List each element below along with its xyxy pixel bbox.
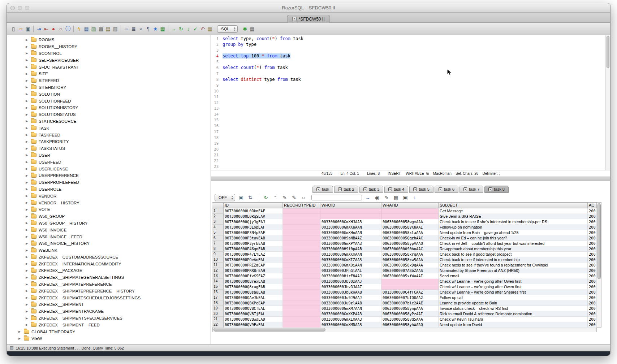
row-number[interactable]: 19 (212, 306, 224, 311)
cell-id[interactable]: 00T3000000QV8CfEAL (224, 306, 283, 311)
tree-item-site[interactable]: ▶SITE (7, 70, 211, 77)
cell-ac[interactable]: 200 (588, 252, 597, 257)
open-file-icon[interactable]: ▱ (17, 25, 24, 32)
cell-subject[interactable]: Check-in w/ Ed – can he join this year? (439, 235, 588, 241)
cell-id[interactable]: 00T3000000Q8rugEAB (224, 284, 283, 290)
grid-horizontal-scrollbar[interactable] (212, 328, 597, 332)
rollback-icon[interactable]: ↶ (199, 25, 206, 32)
row-number[interactable]: 1 (212, 208, 224, 214)
cell-whoid[interactable]: 0033000000GmXM7AAN (320, 306, 381, 311)
tree-item-userpreference[interactable]: ▶USERPREFERENCE (7, 172, 211, 179)
cell-ac[interactable]: 200 (588, 295, 597, 300)
row-number[interactable]: 21 (212, 317, 224, 322)
cell-subject[interactable]: Check w/ Leanne – we're going after Shea… (439, 290, 588, 295)
cell-id[interactable]: 00T3000000QjyJgEAJ (224, 219, 283, 225)
tree-item-solutionfeed[interactable]: ▶SOLUTIONFEED (7, 98, 211, 104)
tree-item-w50-invoice-history[interactable]: ▶W50_INVOICE__HISTORY (7, 240, 211, 247)
cell-ac[interactable]: 200 (588, 279, 597, 284)
cell-id[interactable]: 00T3000000QBXPeEAP (224, 300, 283, 306)
row-number[interactable]: 10 (212, 257, 224, 263)
tree-item-taskpriority[interactable]: ▶TASKPRIORITY (7, 138, 211, 145)
expand-arrow-icon[interactable]: ▶ (26, 174, 29, 177)
expand-arrow-icon[interactable]: ▶ (26, 52, 29, 55)
expand-arrow-icon[interactable]: ▶ (26, 228, 29, 231)
auto-commit-select[interactable]: OFF ▲▼ (215, 194, 235, 201)
cell-whatid[interactable]: 006300000058xlaAAA (381, 230, 439, 235)
tree-item-vote[interactable]: ▶VOTE (7, 206, 211, 213)
describe-icon[interactable]: ▥ (112, 25, 119, 32)
row-number[interactable]: 13 (212, 273, 224, 279)
tree-item-zkfedex-shipment[interactable]: ▶ZKFEDEX__SHIPMENT (7, 301, 211, 308)
execute-icon[interactable]: ϟ (75, 25, 83, 32)
column-header-id[interactable]: ID (224, 202, 283, 208)
tree-item-vendor[interactable]: ▶VENDOR (7, 192, 211, 199)
row-number[interactable]: 9 (212, 252, 224, 257)
cell-ac[interactable]: 200 (588, 300, 597, 306)
result-tab-task-6[interactable]: ✕task 6 (435, 186, 458, 193)
cell-whoid[interactable]: 0033000000Ju9zlAAB (320, 300, 381, 306)
row-number[interactable]: 15 (212, 284, 224, 290)
cell-whatid[interactable]: 00630000000S0bnAAC (381, 246, 439, 252)
cell-whatid[interactable]: 006300000058yd5AAA (381, 317, 439, 322)
cell-subject[interactable]: Re-approach about membership this year (439, 246, 588, 252)
expand-arrow-icon[interactable]: ▶ (26, 235, 29, 238)
tree-item-userrole[interactable]: ▶USERROLE (7, 186, 211, 193)
close-tab-icon[interactable]: ✕ (488, 187, 492, 191)
tree-item-taskfeed[interactable]: ▶TASKFEED (7, 131, 211, 138)
scrollbar-thumb[interactable] (597, 203, 601, 279)
tools-icon[interactable]: ✱ (241, 25, 249, 32)
tree-item-taskstatus[interactable]: ▶TASKSTATUS (7, 145, 211, 152)
tree-item-zkfedex-shipmatepreference[interactable]: ▶ZKFEDEX__SHIPMATEPREFERENCE (7, 281, 211, 288)
expand-arrow-icon[interactable]: ▶ (26, 99, 29, 103)
expand-arrow-icon[interactable]: ▶ (26, 120, 29, 123)
result-tab-task-2[interactable]: ✕task 2 (334, 186, 358, 193)
cell-id[interactable]: 00T3000000P3LopEAF (224, 225, 283, 230)
cell-whoid[interactable]: 0033000000GmXKPAA3 (320, 311, 381, 317)
cell-subject[interactable]: Check w/ Leanne – we're going after Owen… (439, 279, 588, 284)
cell-whatid[interactable]: 00630000005QgzhAAC (381, 235, 439, 241)
import-icon[interactable]: ⇥ (35, 25, 43, 32)
sql-code-area[interactable]: select type, count(*) from taskgroup by … (220, 35, 605, 170)
cell-whatid[interactable] (381, 214, 439, 219)
expand-arrow-icon[interactable]: ▶ (26, 38, 29, 42)
edit-next-icon[interactable]: ✎ (290, 194, 298, 201)
column-header-whatid[interactable]: WHATID (381, 202, 439, 208)
cell-ac[interactable]: 200 (588, 290, 597, 295)
editor-vertical-scrollbar[interactable] (605, 35, 610, 170)
tree-item-selfserviceuser[interactable]: ▶SELFSERVICEUSER (7, 57, 211, 64)
tree-item-zkfedex-customaddresssource[interactable]: ▶ZKFEDEX__CUSTOMADDRESSSOURCE (7, 254, 211, 261)
row-number[interactable]: 14 (212, 279, 224, 284)
cell-ac[interactable]: 200 (588, 317, 597, 322)
cell-subject[interactable]: Rick to email David & reference Delmonte… (439, 311, 588, 317)
new-file-icon[interactable]: ▯ (10, 25, 17, 32)
cell-subject[interactable]: Check w/ Leanne – we're going after Owen… (439, 284, 588, 290)
expand-arrow-icon[interactable]: ▶ (26, 262, 29, 265)
cell-ac[interactable]: 200 (588, 257, 597, 263)
cell-id[interactable]: 00T3000000PREZaEAP (224, 263, 283, 268)
expand-arrow-icon[interactable]: ▶ (26, 242, 29, 245)
cell-whatid[interactable]: 006300000058ypVAAQ (381, 241, 439, 246)
cell-recordtypeid[interactable] (283, 230, 320, 235)
cell-whoid[interactable]: 0033000000GmXKnAAN (320, 225, 381, 230)
tree-item-vendor-history[interactable]: ▶VENDOR__HISTORY (7, 199, 211, 206)
expand-arrow-icon[interactable]: ▶ (26, 106, 29, 109)
export-grid-icon[interactable]: ▣ (402, 194, 409, 201)
cell-whoid[interactable]: 0033000000JFhGlAAL (320, 268, 381, 273)
cell-whatid[interactable]: 0013000000C4fFCAAZ (381, 290, 439, 295)
close-button[interactable] (10, 6, 15, 10)
cell-ac[interactable]: 200 (588, 284, 597, 290)
cell-recordtypeid[interactable] (283, 263, 320, 268)
cell-recordtypeid[interactable] (283, 322, 320, 328)
database-browser-tree[interactable]: ▶ROOMS▶ROOMS__HISTORY▶SCONTROL▶SELFSERVI… (7, 35, 211, 344)
expand-arrow-icon[interactable]: ▶ (26, 201, 29, 204)
close-tab-icon[interactable]: ✕ (439, 187, 442, 191)
tree-item-solutionhistory[interactable]: ▶SOLUTIONHISTORY (7, 104, 211, 111)
cell-id[interactable]: 00T3000000QAeJbEAL (224, 295, 283, 300)
cell-whoid[interactable]: 0033000000GmXIZAA3 (320, 257, 381, 263)
tree-item-zkfedex-shipmentspecialservices[interactable]: ▶ZKFEDEX__SHIPMENTSPECIALSERVICES (7, 315, 211, 322)
cell-whoid[interactable]: 0033000000GmXHnAAN (320, 230, 381, 235)
connect-icon[interactable]: ● (50, 25, 57, 32)
close-tab-icon[interactable]: ✕ (463, 187, 467, 191)
search-column-icon[interactable]: ○ (300, 194, 307, 201)
editor-horizontal-scrollbar[interactable] (211, 177, 610, 181)
